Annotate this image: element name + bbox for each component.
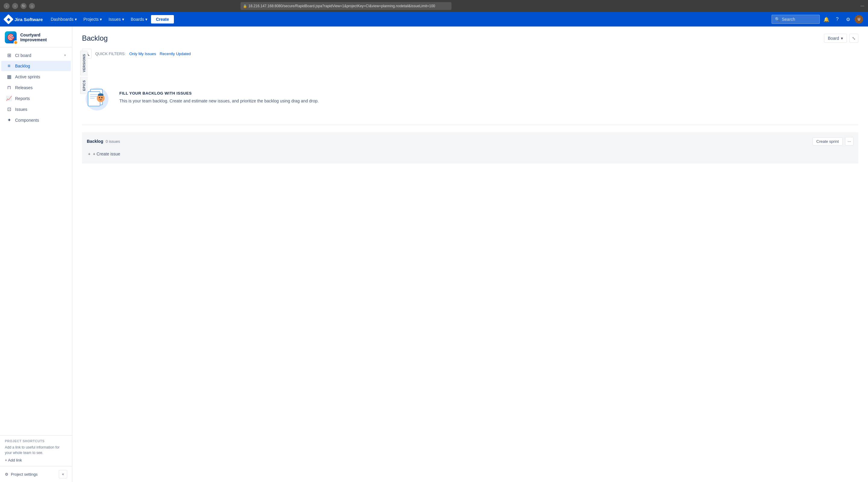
add-link-label: + Add link bbox=[5, 458, 22, 462]
top-nav: ◆ Jira Software Dashboards ▾ Projects ▾ … bbox=[0, 12, 868, 27]
side-tabs: VERSIONS EPICS bbox=[80, 51, 88, 94]
issues-chevron-icon: ▾ bbox=[122, 17, 124, 22]
active-sprints-label: Active sprints bbox=[15, 74, 40, 79]
empty-state-heading: FILL YOUR BACKLOG WITH ISSUES bbox=[119, 91, 318, 96]
refresh-button[interactable]: ↻ bbox=[21, 3, 27, 9]
create-issue-label: + Create issue bbox=[93, 152, 120, 156]
releases-label: Releases bbox=[15, 85, 33, 90]
search-placeholder: Search bbox=[782, 17, 795, 22]
backlog-label: Backlog bbox=[15, 64, 30, 68]
sidebar-item-releases[interactable]: ⊓ Releases bbox=[1, 82, 71, 93]
top-nav-right: 🔍 Search 🔔 ? ⚙ U bbox=[772, 15, 863, 24]
components-label: Components bbox=[15, 118, 39, 123]
create-button[interactable]: Create bbox=[151, 15, 174, 24]
board-button[interactable]: Board ▾ bbox=[824, 34, 847, 43]
recently-updated-filter[interactable]: Recently Updated bbox=[160, 52, 191, 56]
backlog-title-label: Backlog bbox=[87, 139, 103, 144]
jira-diamond-icon: ◆ bbox=[3, 14, 13, 24]
shortcuts-title: PROJECT SHORTCUTS bbox=[5, 439, 67, 443]
issues-icon: ⊡ bbox=[6, 106, 12, 112]
header-right: Board ▾ ⤡ bbox=[824, 34, 858, 43]
sidebar-item-backlog[interactable]: ≡ Backlog bbox=[1, 61, 71, 71]
issues-label: Issues bbox=[108, 17, 121, 22]
project-name: Courtyard Improvement bbox=[20, 33, 67, 42]
sidebar-bottom: ⚙ Project settings « bbox=[0, 466, 72, 482]
active-sprints-icon: ▦ bbox=[6, 74, 12, 79]
nav-issues[interactable]: Issues ▾ bbox=[105, 15, 127, 24]
project-header: 🎯 Courtyard Improvement bbox=[0, 27, 72, 47]
nav-boards[interactable]: Boards ▾ bbox=[128, 15, 150, 24]
filter-bar: 🔍 QUICK FILTERS: Only My Issues Recently… bbox=[82, 49, 858, 63]
components-icon: ✦ bbox=[6, 117, 12, 123]
releases-icon: ⊓ bbox=[6, 85, 12, 90]
address-bar[interactable]: 🔒 18.216.147.168:8080/secure/RapidBoard.… bbox=[241, 2, 452, 10]
back-button[interactable]: ‹ bbox=[4, 3, 10, 9]
empty-state: FILL YOUR BACKLOG WITH ISSUES This is yo… bbox=[82, 70, 858, 125]
browser-actions: ··· bbox=[861, 3, 864, 9]
jira-logo[interactable]: ◆ Jira Software bbox=[5, 16, 43, 23]
help-icon[interactable]: ? bbox=[833, 15, 841, 24]
home-button[interactable]: ⌂ bbox=[29, 3, 35, 9]
reports-icon: 📈 bbox=[6, 96, 12, 101]
epics-tab[interactable]: EPICS bbox=[80, 77, 88, 94]
user-avatar[interactable]: U bbox=[855, 15, 863, 24]
project-shortcuts: PROJECT SHORTCUTS Add a link to useful i… bbox=[0, 435, 72, 466]
browser-chrome: ‹ › ↻ ⌂ 🔒 18.216.147.168:8080/secure/Rap… bbox=[0, 0, 868, 12]
quick-filters-label: QUICK FILTERS: bbox=[95, 52, 126, 56]
main-layout: 🎯 Courtyard Improvement ⊞ CI board ▾ ≡ B… bbox=[0, 27, 868, 482]
backlog-icon: ≡ bbox=[6, 63, 12, 69]
backlog-section-header: Backlog 0 issues Create sprint ··· bbox=[87, 137, 854, 146]
more-menu-icon[interactable]: ··· bbox=[861, 3, 864, 9]
plus-icon: + bbox=[88, 152, 90, 156]
nav-projects[interactable]: Projects ▾ bbox=[81, 15, 105, 24]
backlog-actions: Create sprint ··· bbox=[812, 137, 854, 146]
projects-label: Projects bbox=[84, 17, 99, 22]
create-issue-button[interactable]: + + Create issue bbox=[87, 149, 854, 159]
ci-board-label: CI board bbox=[15, 53, 31, 58]
url-text: 18.216.147.168:8080/secure/RapidBoard.js… bbox=[248, 4, 435, 8]
dashboards-label: Dashboards bbox=[51, 17, 73, 22]
sidebar-item-ci-board[interactable]: ⊞ CI board ▾ bbox=[1, 50, 71, 61]
more-icon: ··· bbox=[847, 139, 851, 144]
reports-label: Reports bbox=[15, 96, 30, 101]
collapse-sidebar-button[interactable]: « bbox=[59, 470, 67, 478]
projects-chevron-icon: ▾ bbox=[100, 17, 102, 22]
logo-text: Jira Software bbox=[14, 17, 43, 22]
project-avatar-icon: 🎯 bbox=[7, 33, 15, 41]
svg-point-10 bbox=[99, 97, 100, 98]
boards-label: Boards bbox=[131, 17, 144, 22]
collapse-icon: « bbox=[62, 472, 64, 476]
project-avatar: 🎯 bbox=[5, 31, 17, 43]
nav-section: ⊞ CI board ▾ ≡ Backlog ▦ Active sprints … bbox=[0, 47, 72, 435]
sidebar-item-issues[interactable]: ⊡ Issues bbox=[1, 104, 71, 115]
backlog-more-button[interactable]: ··· bbox=[845, 137, 854, 146]
issues-label: Issues bbox=[15, 107, 27, 112]
search-icon: 🔍 bbox=[775, 17, 780, 22]
search-box[interactable]: 🔍 Search bbox=[772, 15, 820, 24]
sidebar-item-reports[interactable]: 📈 Reports bbox=[1, 93, 71, 104]
ci-board-icon: ⊞ bbox=[6, 53, 12, 58]
nav-dashboards[interactable]: Dashboards ▾ bbox=[48, 15, 80, 24]
sidebar: 🎯 Courtyard Improvement ⊞ CI board ▾ ≡ B… bbox=[0, 27, 72, 482]
versions-tab[interactable]: VERSIONS bbox=[80, 51, 88, 75]
notifications-icon[interactable]: 🔔 bbox=[822, 15, 831, 24]
project-settings-label: Project settings bbox=[11, 472, 38, 477]
top-nav-menu: Dashboards ▾ Projects ▾ Issues ▾ Boards … bbox=[48, 15, 772, 24]
add-link-button[interactable]: + Add link bbox=[5, 458, 67, 462]
boards-chevron-icon: ▾ bbox=[145, 17, 147, 22]
fullscreen-button[interactable]: ⤡ bbox=[849, 34, 858, 43]
settings-icon[interactable]: ⚙ bbox=[844, 15, 852, 24]
forward-button[interactable]: › bbox=[12, 3, 18, 9]
create-sprint-button[interactable]: Create sprint bbox=[812, 137, 843, 146]
fullscreen-icon: ⤡ bbox=[852, 36, 856, 41]
svg-point-11 bbox=[101, 97, 102, 98]
empty-state-text: FILL YOUR BACKLOG WITH ISSUES This is yo… bbox=[119, 91, 318, 104]
backlog-section-title: Backlog 0 issues bbox=[87, 139, 120, 144]
empty-state-description: This is your team backlog. Create and es… bbox=[119, 98, 318, 104]
project-settings-button[interactable]: ⚙ Project settings bbox=[5, 472, 38, 477]
lock-icon: 🔒 bbox=[243, 4, 247, 8]
only-my-issues-filter[interactable]: Only My Issues bbox=[129, 52, 156, 56]
sidebar-item-active-sprints[interactable]: ▦ Active sprints bbox=[1, 71, 71, 82]
project-avatar-badge bbox=[13, 40, 18, 44]
sidebar-item-components[interactable]: ✦ Components bbox=[1, 115, 71, 125]
